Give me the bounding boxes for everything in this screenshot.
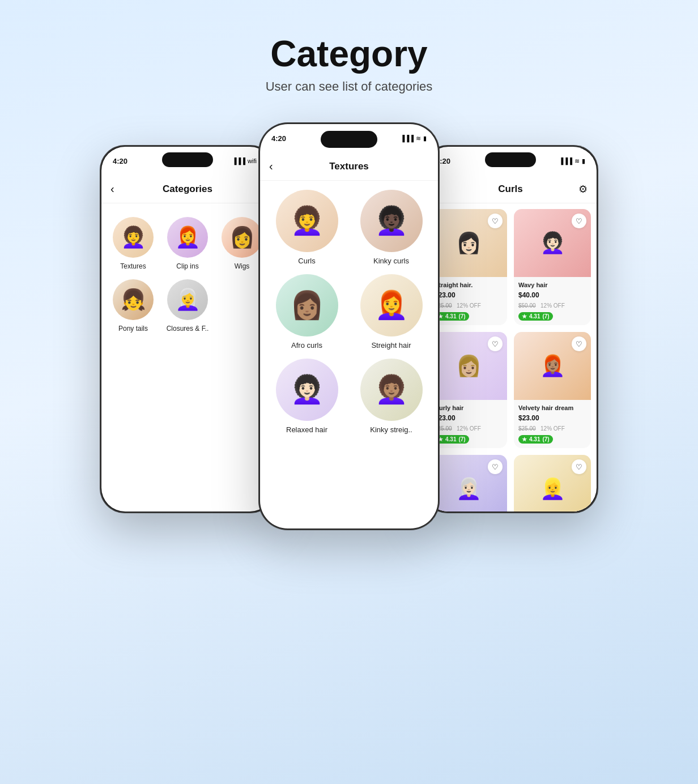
- texture-avatar-relaxed: 👩🏻‍🦱: [276, 359, 338, 421]
- product-card-straight[interactable]: 👩🏻 ♡ Straight hair. $23.00 $25.00 12% OF…: [430, 209, 507, 325]
- texture-avatar-straight: 👩‍🦰: [360, 274, 423, 336]
- heart-btn-4[interactable]: ♡: [572, 336, 586, 351]
- category-label-textures: Textures: [120, 262, 146, 270]
- textures-content: 👩‍🦱 Curls 👩🏿‍🦱 Kinky curls 👩🏽: [260, 181, 438, 529]
- review-count-3: (7): [458, 436, 465, 442]
- rating-value-3: 4.31: [445, 436, 456, 442]
- product-card-wavy[interactable]: 👩🏻‍🦱 ♡ Wavy hair $40.00 $50.00 12% OFF: [514, 209, 591, 325]
- product-info-2: Wavy hair $40.00 $50.00 12% OFF ★ 4.31: [514, 277, 591, 325]
- review-count-2: (7): [542, 313, 549, 319]
- product-person-3: 👩🏼: [456, 354, 482, 378]
- rating-value-1: 4.31: [445, 313, 456, 319]
- ponytails-icon: 👧: [121, 288, 146, 312]
- texture-relaxed-hair[interactable]: 👩🏻‍🦱 Relaxed hair: [269, 359, 344, 434]
- products-grid: 👩🏻 ♡ Straight hair. $23.00 $25.00 12% OF…: [430, 209, 591, 512]
- product-img-curly: 👩🏼 ♡: [430, 332, 507, 400]
- texture-avatar-kinky-curls: 👩🏿‍🦱: [360, 190, 423, 252]
- product-card-long-wavy[interactable]: 👩🏻‍🦳 ♡: [430, 455, 507, 512]
- product-price-2: $40.00: [518, 291, 539, 299]
- product-person-1: 👩🏻: [456, 231, 482, 255]
- phone-textures-inner: 4:20 ▐▐▐ ≋ ▮ ‹ Textures 👩‍🦱 Curls: [260, 124, 438, 529]
- texture-label-kinky-curls: Kinky curls: [373, 257, 409, 265]
- signal-icon-left: ▐▐▐: [232, 157, 245, 164]
- product-old-price-4: $25.00: [518, 425, 536, 432]
- product-name-4: Velvety hair dream: [518, 404, 586, 411]
- categories-content: 👩‍🦱 Textures 👩‍🦰 Clip ins 👩: [101, 203, 274, 512]
- afro-curls-icon: 👩🏽: [290, 289, 324, 321]
- heart-btn-3[interactable]: ♡: [488, 336, 503, 351]
- texture-curls[interactable]: 👩‍🦱 Curls: [269, 190, 344, 265]
- star-icon-4: ★: [522, 436, 527, 442]
- heart-btn-1[interactable]: ♡: [488, 214, 503, 228]
- page-title: Category: [266, 34, 433, 74]
- product-card-velvety[interactable]: 👩🏽‍🦰 ♡ Velvety hair dream $23.00 $25.00 …: [514, 332, 591, 448]
- phone-textures: 4:20 ▐▐▐ ≋ ▮ ‹ Textures 👩‍🦱 Curls: [258, 122, 440, 530]
- category-avatar-ponytails: 👧: [113, 279, 154, 320]
- kinky-curls-icon: 👩🏿‍🦱: [374, 205, 408, 237]
- product-old-pricing-3: $25.00 12% OFF: [435, 423, 503, 433]
- product-old-pricing-1: $25.00 12% OFF: [435, 300, 503, 310]
- signal-icon-right: ▐▐▐: [559, 157, 572, 164]
- back-button-left[interactable]: ‹: [110, 182, 114, 195]
- product-card-blonde[interactable]: 👱‍♀️ ♡: [514, 455, 591, 512]
- texture-straight-hair[interactable]: 👩‍🦰 Streight hair: [354, 274, 429, 350]
- texture-label-kinky-straight: Kinky streig..: [370, 425, 412, 434]
- heart-btn-2[interactable]: ♡: [572, 214, 586, 228]
- textures-grid: 👩‍🦱 Curls 👩🏿‍🦱 Kinky curls 👩🏽: [269, 190, 429, 434]
- battery-icon-center: ▮: [423, 135, 427, 142]
- texture-afro-curls[interactable]: 👩🏽 Afro curls: [269, 274, 344, 350]
- product-pricing-3: $23.00: [435, 412, 503, 423]
- phone-curls: 4:20 ▐▐▐ ≋ ▮ ‹ Curls ⚙ 👩🏻: [423, 145, 598, 513]
- product-person-6: 👱‍♀️: [540, 477, 565, 501]
- category-item-ponytails[interactable]: 👧 Pony tails: [110, 279, 156, 333]
- category-item-clipins[interactable]: 👩‍🦰 Clip ins: [165, 217, 210, 270]
- product-old-pricing-4: $25.00 12% OFF: [518, 423, 586, 433]
- texture-kinky-straight[interactable]: 👩🏽‍🦱 Kinky streig..: [354, 359, 429, 434]
- heart-btn-5[interactable]: ♡: [488, 459, 503, 474]
- product-rating-4: ★ 4.31 (7): [518, 435, 553, 444]
- product-pricing-2: $40.00: [518, 289, 586, 300]
- status-icons-center: ▐▐▐ ≋ ▮: [401, 135, 427, 142]
- straight-icon: 👩‍🦰: [374, 289, 408, 321]
- heart-btn-6[interactable]: ♡: [572, 459, 586, 474]
- texture-avatar-curls: 👩‍🦱: [276, 190, 338, 252]
- category-avatar-wigs: 👩: [222, 217, 262, 258]
- product-img-velvety: 👩🏽‍🦰 ♡: [514, 332, 591, 400]
- status-icons-right: ▐▐▐ ≋ ▮: [559, 157, 585, 165]
- review-count-1: (7): [458, 313, 465, 319]
- product-info-3: Curly hair $23.00 $25.00 12% OFF ★ 4.31: [430, 400, 507, 448]
- product-rating-3: ★ 4.31 (7): [435, 435, 469, 444]
- wigs-icon: 👩: [229, 225, 255, 249]
- product-discount-2: 12% OFF: [540, 302, 565, 309]
- product-card-curly[interactable]: 👩🏼 ♡ Curly hair $23.00 $25.00 12% OFF: [430, 332, 507, 448]
- texture-kinky-curls[interactable]: 👩🏿‍🦱 Kinky curls: [354, 190, 429, 265]
- time-center: 4:20: [271, 134, 286, 143]
- category-avatar-textures: 👩‍🦱: [113, 217, 154, 258]
- product-discount-3: 12% OFF: [457, 425, 481, 432]
- curls-header: ‹ Curls ⚙: [424, 175, 597, 203]
- category-label-ponytails: Pony tails: [118, 325, 148, 333]
- product-info-1: Straight hair. $23.00 $25.00 12% OFF ★ 4…: [430, 277, 507, 325]
- category-item-closures[interactable]: 👩‍🦳 Closures & F..: [165, 279, 210, 333]
- product-rating-1: ★ 4.31 (7): [435, 312, 469, 321]
- category-item-wigs[interactable]: 👩 Wigs: [219, 217, 265, 270]
- product-old-pricing-2: $50.00 12% OFF: [518, 300, 586, 310]
- phone-categories: 4:20 ▐▐▐ wifi ▮ ‹ Categories 👩‍🦱: [100, 145, 275, 513]
- dynamic-island-right: [485, 152, 536, 167]
- kinky-straight-icon: 👩🏽‍🦱: [374, 374, 408, 406]
- product-old-price-2: $50.00: [518, 302, 536, 309]
- category-item-textures[interactable]: 👩‍🦱 Textures: [110, 217, 156, 270]
- wifi-icon-center: ≋: [416, 135, 421, 142]
- product-discount-1: 12% OFF: [457, 302, 481, 309]
- status-icons-left: ▐▐▐ wifi ▮: [232, 157, 262, 165]
- back-button-center[interactable]: ‹: [269, 160, 273, 173]
- product-name-3: Curly hair: [435, 404, 503, 411]
- wifi-icon-left: wifi: [248, 157, 257, 164]
- textures-icon: 👩‍🦱: [121, 225, 146, 249]
- product-name-2: Wavy hair: [518, 282, 586, 288]
- category-label-wigs: Wigs: [235, 262, 250, 270]
- filter-button[interactable]: ⚙: [578, 183, 588, 195]
- categories-grid: 👩‍🦱 Textures 👩‍🦰 Clip ins 👩: [110, 212, 265, 333]
- category-label-closures: Closures & F..: [167, 325, 209, 333]
- category-avatar-clipins: 👩‍🦰: [167, 217, 208, 258]
